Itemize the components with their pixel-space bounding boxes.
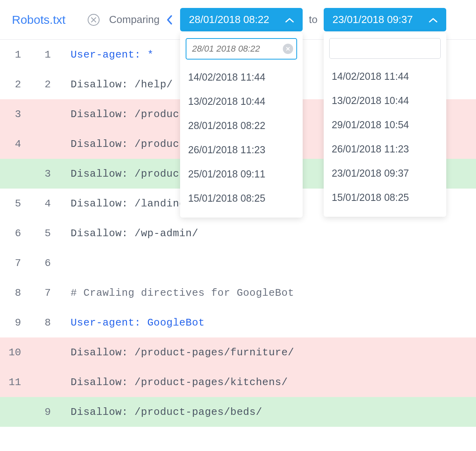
clear-search-button[interactable] <box>283 44 293 54</box>
gutter: 87 <box>0 287 60 299</box>
diff-line: 76 <box>0 248 476 278</box>
code-content: Disallow: /product-pages/beds/ <box>60 406 262 418</box>
dropdown-option[interactable]: 29/01/2018 10:54 <box>329 113 440 137</box>
close-button[interactable] <box>88 14 100 26</box>
gutter: 9 <box>0 406 60 418</box>
line-number-right: 7 <box>30 287 60 299</box>
code-content: Disallow: /product-pages/furniture/ <box>60 347 294 358</box>
gutter: 11 <box>0 376 60 388</box>
line-number-right <box>30 138 60 150</box>
line-number-right: 9 <box>30 406 60 418</box>
code-content: Disallow: /product- <box>60 168 192 180</box>
gutter: 3 <box>0 168 60 180</box>
line-number-right: 3 <box>30 168 60 180</box>
dropdown-option[interactable]: 25/01/2018 09:11 <box>186 162 297 186</box>
line-number-right: 8 <box>30 317 60 329</box>
dropdown-option[interactable]: 26/01/2018 11:23 <box>329 137 440 161</box>
line-number-right: 2 <box>30 79 60 91</box>
code-content: Disallow: /product- <box>60 138 192 150</box>
dropdown-option[interactable]: 15/01/2018 08:25 <box>186 186 297 210</box>
date-to-dropdown: 14/02/2018 11:44 13/02/2018 10:44 29/01/… <box>324 33 446 217</box>
line-number-right: 5 <box>30 227 60 239</box>
comparing-label: Comparing <box>109 13 159 26</box>
page-title: Robots.txt <box>12 13 65 27</box>
line-number-right: 6 <box>30 257 60 269</box>
code-content: Disallow: /wp-admin/ <box>60 227 198 239</box>
dropdown-option[interactable]: 13/02/2018 10:44 <box>186 89 297 114</box>
dropdown-option[interactable]: 26/01/2018 11:23 <box>186 138 297 162</box>
chevron-left-icon <box>166 14 174 25</box>
diff-line: 10Disallow: /product-pages/furniture/ <box>0 337 476 367</box>
line-number-left: 6 <box>0 227 30 239</box>
dropdown-option[interactable]: 14/02/2018 11:44 <box>186 65 297 89</box>
chevron-up-icon <box>429 13 438 26</box>
close-icon <box>286 46 290 51</box>
code-content: # Crawling directives for GoogleBot <box>60 287 294 299</box>
code-content: Disallow: /product- <box>60 108 192 120</box>
gutter: 54 <box>0 198 60 210</box>
diff-line: 9Disallow: /product-pages/beds/ <box>0 397 476 427</box>
line-number-left: 2 <box>0 79 30 91</box>
to-label: to <box>309 13 318 26</box>
line-number-right: 1 <box>30 49 60 61</box>
chevron-up-icon <box>285 13 294 26</box>
date-from-value: 28/01/2018 08:22 <box>189 13 269 26</box>
back-button[interactable] <box>166 14 174 25</box>
gutter: 22 <box>0 79 60 91</box>
gutter: 3 <box>0 108 60 120</box>
header: Robots.txt Comparing 28/01/2018 08:22 14… <box>0 0 476 40</box>
line-number-left <box>0 168 30 180</box>
line-number-right <box>30 376 60 388</box>
gutter: 65 <box>0 227 60 239</box>
dropdown-option[interactable]: 28/01/2018 08:22 <box>186 114 297 138</box>
line-number-right: 4 <box>30 198 60 210</box>
line-number-right <box>30 347 60 358</box>
close-icon <box>91 17 96 23</box>
gutter: 4 <box>0 138 60 150</box>
line-number-left: 10 <box>0 347 30 358</box>
line-number-left: 1 <box>0 49 30 61</box>
code-content: User-agent: * <box>60 49 154 61</box>
gutter: 10 <box>0 347 60 358</box>
gutter: 98 <box>0 317 60 329</box>
gutter: 11 <box>0 49 60 61</box>
line-number-right <box>30 108 60 120</box>
dropdown-option[interactable]: 13/02/2018 10:44 <box>329 89 440 113</box>
date-to-value: 23/01/2018 09:37 <box>332 13 413 26</box>
line-number-left: 3 <box>0 108 30 120</box>
line-number-left: 11 <box>0 376 30 388</box>
gutter: 76 <box>0 257 60 269</box>
date-from-dropdown: 14/02/2018 11:44 13/02/2018 10:44 28/01/… <box>180 33 302 218</box>
dropdown-option[interactable]: 14/02/2018 11:44 <box>329 64 440 89</box>
line-number-left <box>0 406 30 418</box>
line-number-left: 7 <box>0 257 30 269</box>
date-selector-to[interactable]: 23/01/2018 09:37 14/02/2018 11:44 13/02/… <box>324 8 446 31</box>
line-number-left: 5 <box>0 198 30 210</box>
dropdown-option[interactable]: 15/01/2018 08:25 <box>329 185 440 210</box>
date-to-search-input[interactable] <box>329 38 440 59</box>
code-content: User-agent: GoogleBot <box>60 317 205 329</box>
line-number-left: 9 <box>0 317 30 329</box>
date-selector-from[interactable]: 28/01/2018 08:22 14/02/2018 11:44 13/02/… <box>180 8 302 31</box>
code-content: Disallow: /product-pages/kitchens/ <box>60 376 288 388</box>
code-content: Disallow: /landing- <box>60 198 192 210</box>
diff-line: 87# Crawling directives for GoogleBot <box>0 278 476 308</box>
date-from-search-input[interactable] <box>186 38 297 60</box>
diff-line: 11Disallow: /product-pages/kitchens/ <box>0 367 476 397</box>
code-content: Disallow: /help/ <box>60 79 173 91</box>
diff-line: 65Disallow: /wp-admin/ <box>0 218 476 248</box>
diff-line: 98User-agent: GoogleBot <box>0 308 476 337</box>
line-number-left: 8 <box>0 287 30 299</box>
line-number-left: 4 <box>0 138 30 150</box>
dropdown-option[interactable]: 23/01/2018 09:37 <box>329 161 440 185</box>
